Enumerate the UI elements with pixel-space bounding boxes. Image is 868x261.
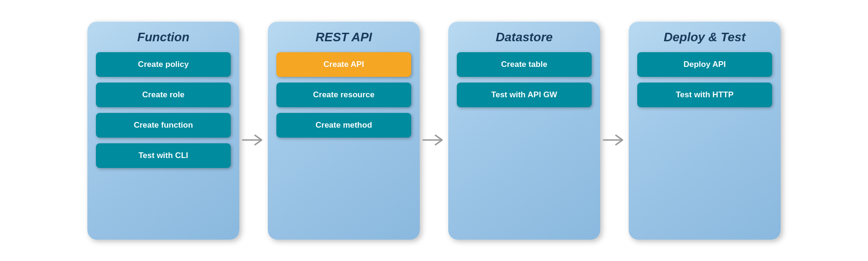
arrow-3 <box>600 130 629 149</box>
btn-create-policy[interactable]: Create policy <box>96 52 231 77</box>
panel-deploy-test: Deploy & TestDeploy APITest with HTTP <box>629 21 781 240</box>
btn-create-role[interactable]: Create role <box>96 83 231 107</box>
btn-label: Create method <box>315 121 372 130</box>
btn-label: Test with API GW <box>491 90 557 99</box>
panel-title-function: Function <box>137 30 189 45</box>
btn-test-with-api-gw[interactable]: Test with API GW <box>457 83 592 107</box>
panel-title-deploy-test: Deploy & Test <box>664 30 745 45</box>
diagram: FunctionCreate policyCreate roleCreate f… <box>68 7 800 254</box>
btn-test-with-cli[interactable]: Test with CLI <box>96 143 231 168</box>
btn-label: Create policy <box>138 60 189 69</box>
btn-create-method[interactable]: Create method <box>276 113 411 138</box>
btn-label: Test with CLI <box>139 151 189 160</box>
panel-rest-api: REST APICreate APICreate resourceCreate … <box>268 21 420 240</box>
panel-function: FunctionCreate policyCreate roleCreate f… <box>87 21 239 240</box>
btn-test-with-http[interactable]: Test with HTTP <box>637 83 772 107</box>
arrow-2 <box>420 130 448 149</box>
btn-create-function[interactable]: Create function <box>96 113 231 138</box>
arrow-1 <box>239 130 268 149</box>
btn-label: Create API <box>323 60 364 69</box>
btn-label: Create function <box>134 121 193 130</box>
panel-title-datastore: Datastore <box>496 30 553 45</box>
btn-label: Test with HTTP <box>676 90 734 99</box>
btn-create-api[interactable]: Create API <box>276 52 411 77</box>
panel-datastore: DatastoreCreate tableTest with API GW <box>448 21 600 240</box>
btn-label: Deploy API <box>683 60 726 69</box>
btn-deploy-api[interactable]: Deploy API <box>637 52 772 77</box>
btn-create-resource[interactable]: Create resource <box>276 83 411 107</box>
btn-label: Create table <box>501 60 547 69</box>
btn-label: Create role <box>142 90 185 99</box>
btn-create-table[interactable]: Create table <box>457 52 592 77</box>
panel-title-rest-api: REST API <box>316 30 372 45</box>
btn-label: Create resource <box>313 90 374 99</box>
